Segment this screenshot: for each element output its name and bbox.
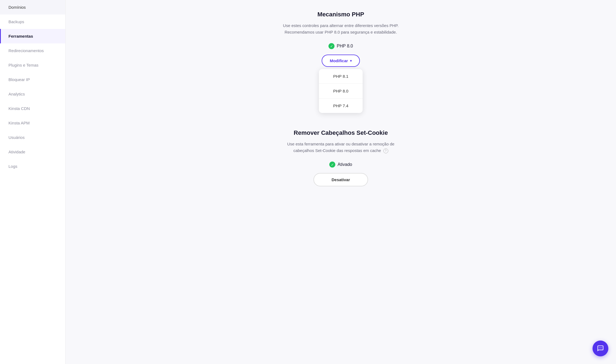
php-dropdown-menu: PHP 8.1PHP 8.0PHP 7.4 <box>319 69 363 113</box>
chevron-down-icon: ▾ <box>350 59 352 63</box>
sidebar-item-dominios[interactable]: Domínios <box>0 0 65 14</box>
sidebar-label-atividade: Atividade <box>8 150 25 154</box>
sidebar-item-logs[interactable]: Logs <box>0 159 65 174</box>
php-current-version-badge: ✓ PHP 8.0 <box>240 43 442 49</box>
cookie-status-badge: ✓ Ativado <box>240 162 442 168</box>
sidebar-item-ferramentas[interactable]: Ferramentas <box>0 29 65 43</box>
deactivate-button-container: Desativar <box>240 173 442 186</box>
sidebar-label-backups: Backups <box>8 19 24 24</box>
sidebar-item-backups[interactable]: Backups <box>0 14 65 29</box>
chat-fab-button[interactable] <box>593 341 608 356</box>
main-content: Mecanismo PHP Use estes controles para a… <box>66 0 616 364</box>
sidebar-label-logs: Logs <box>8 164 17 169</box>
modify-button-label: Modificar <box>330 58 348 63</box>
cookie-status-label: Ativado <box>337 162 352 167</box>
sidebar-item-bloquear-ip[interactable]: Bloquear IP <box>0 72 65 87</box>
php-engine-section: Mecanismo PHP Use estes controles para a… <box>240 11 442 113</box>
sidebar-label-kinsta-apm: Kinsta APM <box>8 121 30 125</box>
sidebar: DomíniosBackupsFerramentasRedirecionamen… <box>0 0 66 364</box>
cookie-check-icon: ✓ <box>329 162 335 168</box>
sidebar-label-ferramentas: Ferramentas <box>8 34 33 38</box>
php-section-description: Use estes controles para alternar entre … <box>281 22 401 35</box>
deactivate-button-label: Desativar <box>331 177 350 182</box>
php-version-label: PHP 8.0 <box>337 44 353 49</box>
php-check-icon: ✓ <box>328 43 334 49</box>
chat-icon <box>597 345 604 352</box>
sidebar-label-redirecionamentos: Redirecionamentos <box>8 48 44 53</box>
sidebar-item-kinsta-apm[interactable]: Kinsta APM <box>0 116 65 130</box>
cookie-section: Remover Cabeçalhos Set-Cookie Use esta f… <box>240 129 442 186</box>
sidebar-label-kinsta-cdn: Kinsta CDN <box>8 106 30 111</box>
sidebar-label-usuarios: Usuários <box>8 135 25 140</box>
help-icon[interactable]: ? <box>383 148 388 153</box>
sidebar-item-atividade[interactable]: Atividade <box>0 145 65 159</box>
cookie-section-description: Use esta ferramenta para ativar ou desat… <box>281 141 401 154</box>
deactivate-button[interactable]: Desativar <box>313 173 368 186</box>
sidebar-item-analytics[interactable]: Analytics <box>0 87 65 101</box>
sidebar-item-kinsta-cdn[interactable]: Kinsta CDN <box>0 101 65 116</box>
sidebar-label-plugins-temas: Plugins e Temas <box>8 63 38 67</box>
modify-button-container: Modificar ▾ <box>240 55 442 67</box>
dropdown-item-php81[interactable]: PHP 8.1 <box>319 69 363 84</box>
cookie-section-title: Remover Cabeçalhos Set-Cookie <box>240 129 442 136</box>
php-dropdown-wrapper: PHP 8.1PHP 8.0PHP 7.4 <box>240 69 442 113</box>
sidebar-item-redirecionamentos[interactable]: Redirecionamentos <box>0 43 65 58</box>
php-section-title: Mecanismo PHP <box>240 11 442 18</box>
sidebar-item-plugins-temas[interactable]: Plugins e Temas <box>0 58 65 72</box>
sidebar-label-bloquear-ip: Bloquear IP <box>8 77 30 82</box>
modify-button[interactable]: Modificar ▾ <box>322 55 360 67</box>
sidebar-label-dominios: Domínios <box>8 5 26 10</box>
dropdown-item-php74[interactable]: PHP 7.4 <box>319 99 363 113</box>
dropdown-item-php80[interactable]: PHP 8.0 <box>319 84 363 99</box>
sidebar-item-usuarios[interactable]: Usuários <box>0 130 65 145</box>
sidebar-label-analytics: Analytics <box>8 92 25 96</box>
cookie-description-text: Use esta ferramenta para ativar ou desat… <box>287 142 395 153</box>
